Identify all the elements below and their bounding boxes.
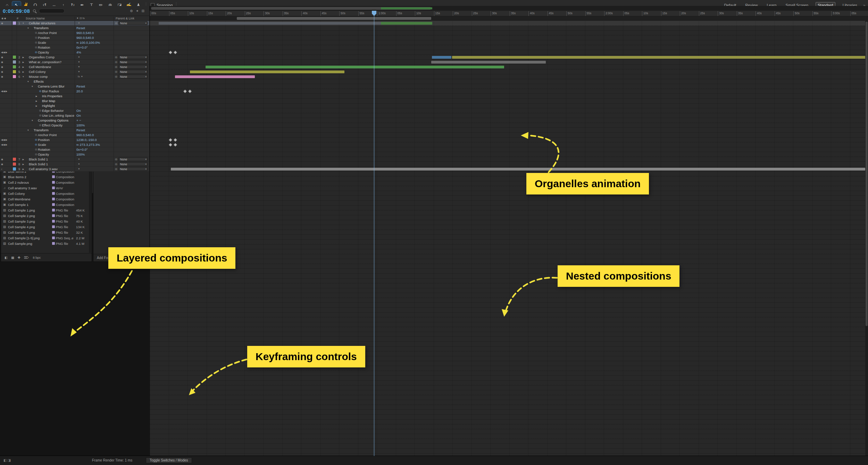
layer-label-chip[interactable] [12,128,17,132]
pick-whip-icon[interactable]: ◎ [115,65,117,68]
footer-icon[interactable]: ◧ [5,256,8,259]
layer-label-chip[interactable] [12,35,17,40]
layer-label-chip[interactable] [12,84,17,89]
timeline-row[interactable]: ▶ Iris Properties [0,94,149,99]
parent-dropdown[interactable]: None [118,65,148,69]
timeline-row[interactable]: ⊙ Anchor Point 960.0,540.0 [0,31,149,35]
keyframe-diamond[interactable] [169,51,172,54]
layer-label-chip[interactable] [12,55,17,59]
timeline-row[interactable]: ◉ 4 ▶ Cell Membrane ✦ ◎ None [0,65,149,69]
layer-switches[interactable]: ✦ [78,70,80,73]
timeline-navigator[interactable] [150,6,868,11]
layer-visibility-toggle[interactable]: ◉ [0,70,12,73]
layer-label-chip[interactable] [12,123,17,127]
twirl-icon[interactable]: ▶ [22,61,25,63]
keyframe-diamond[interactable] [184,90,186,93]
twirl-icon[interactable]: ▼ [31,85,34,88]
parent-dropdown[interactable]: None [118,21,148,25]
layer-label-chip[interactable] [12,162,17,166]
timeline-row[interactable]: ▶ Blur Map [0,99,149,103]
timeline-row[interactable]: ◉ 8 ▶ Black Solid 1 ✦ ◎ None [0,162,149,167]
timeline-row[interactable]: ◉ 2 ▶ Organelles Comp ✦ ◎ None [0,55,149,60]
layer-label-chip[interactable] [12,118,17,123]
timeline-row[interactable]: ◀◆▶ ⊙ Position 1238.0,-150.0 [0,138,149,142]
column-parent-link[interactable]: Parent & Link [114,17,149,20]
stopwatch-icon[interactable]: ⊙ [34,153,38,156]
property-value[interactable]: 960.0,540.0 [76,36,94,40]
item-label-chip[interactable] [51,175,56,178]
stopwatch-icon[interactable]: ⊙ [34,31,38,34]
item-label-chip[interactable] [51,186,56,189]
parent-dropdown[interactable]: None [118,162,148,166]
project-item[interactable]: ▨ Cell Sample.png PNG file 4.1 M [1,241,89,246]
property-value[interactable]: 4% [76,50,81,54]
timeline-row[interactable]: ◀◆▶ ⊙ Opacity 4% [0,50,149,55]
layer-label-chip[interactable] [12,157,17,161]
layer-visibility-toggle[interactable]: ◀◆▶ [0,90,12,93]
twirl-icon[interactable]: ▶ [22,163,25,165]
timeline-vertical-scrollbar[interactable] [865,21,868,456]
layer-label-chip[interactable] [12,138,17,142]
twirl-icon[interactable]: ▶ [35,105,38,107]
layer-visibility-toggle[interactable]: ◉ [0,158,12,161]
layer-label-chip[interactable] [12,60,17,64]
layer-visibility-toggle[interactable]: ◉ [0,163,12,166]
layer-visibility-toggle[interactable]: ◀◆▶ [0,143,12,146]
item-label-chip[interactable] [51,214,56,217]
pick-whip-icon[interactable]: ◎ [115,60,117,64]
timeline-option-icon[interactable]: ✦ [136,9,139,13]
item-label-chip[interactable] [51,181,56,184]
layer-visibility-toggle[interactable]: ◉ [0,66,12,68]
timeline-row[interactable]: ◉ 3 ▶ What ar..composition? ✦ ◎ None [0,60,149,65]
layer-label-chip[interactable] [12,50,17,55]
timeline-row[interactable]: ⊙ Effect Opacity 100% [0,123,149,128]
item-label-chip[interactable] [51,231,56,234]
item-label-chip[interactable] [51,192,56,195]
property-value[interactable]: 100% [76,152,85,156]
layer-label-chip[interactable] [12,108,17,113]
footer-icon[interactable]: ⌦ [24,256,28,259]
timeline-row[interactable]: ▼ Transform Reset [0,26,149,31]
layer-switches[interactable]: fx ✦ [78,75,83,78]
current-time-indicator[interactable] [374,11,374,456]
project-item[interactable]: ♫ Cell anatomy 3.wav WAV [1,185,89,191]
timeline-row[interactable]: ⊙ Scale ∞ 100.0,100.0% [0,40,149,45]
twirl-icon[interactable]: ▼ [22,22,25,24]
timeline-row[interactable]: ◀◆▶ ⊙ Blur Radius 20.0 [0,89,149,94]
layer-switches[interactable]: ✦ [78,60,80,64]
layer-label-chip[interactable] [12,65,17,69]
timeline-row[interactable]: ◀◆▶ ⊙ Scale ∞ 273.3,273.3% [0,142,149,147]
twirl-icon[interactable]: ▶ [22,158,25,160]
time-ruler[interactable]: 00s05s10s15s20s25s30s35s40s45s50s55s1:00… [150,11,868,16]
layer-label-chip[interactable] [12,167,17,171]
project-item[interactable]: ▣ Cell Colony Composition [1,191,89,196]
layer-visibility-toggle[interactable]: ◉ [0,22,12,25]
property-value[interactable]: 960.0,540.0 [76,31,94,35]
pick-whip-icon[interactable]: ◎ [115,75,117,78]
item-label-chip[interactable] [51,225,56,228]
item-label-chip[interactable] [51,236,56,239]
eg-add-fonts[interactable]: Add Fo [97,256,108,260]
layer-visibility-toggle[interactable]: ◉ [0,61,12,64]
property-value[interactable]: ∞ 100.0,100.0% [76,41,100,44]
footer-icon[interactable]: ▦ [11,256,14,259]
current-time-display[interactable]: 0:00:59:08 [3,8,30,14]
layer-visibility-toggle[interactable]: ◀◆▶ [0,139,12,141]
layer-visibility-toggle[interactable]: ◉ [0,75,12,78]
keyframe-diamond[interactable] [174,139,177,141]
layer-switches[interactable]: ✦ [78,56,80,59]
keyframe-diamond[interactable] [174,51,177,54]
timeline-row[interactable]: ♪ 9 ▶ Cell anatomy 3.wav ✦ ◎ None [0,167,149,172]
property-value[interactable]: 960.0,540.0 [76,133,94,137]
layer-switches[interactable]: ✦ [78,65,80,68]
keyframe-diamond[interactable] [174,143,177,146]
layer-label-chip[interactable] [12,40,17,45]
project-item[interactable]: ▣ Cell Membrane Composition [1,196,89,202]
column-source-name[interactable]: Source Name [22,17,75,20]
pick-whip-icon[interactable]: ◎ [115,167,117,171]
stopwatch-icon[interactable]: ⊙ [34,133,38,136]
timeline-row[interactable]: ◉ 5 ▶ Cell Colony ✦ ◎ None [0,69,149,74]
layer-label-chip[interactable] [12,31,17,35]
toggle-switches-modes-button[interactable]: Toggle Switches / Modes [146,457,192,463]
timeline-row[interactable]: ⊙ Position 960.0,540.0 [0,35,149,40]
